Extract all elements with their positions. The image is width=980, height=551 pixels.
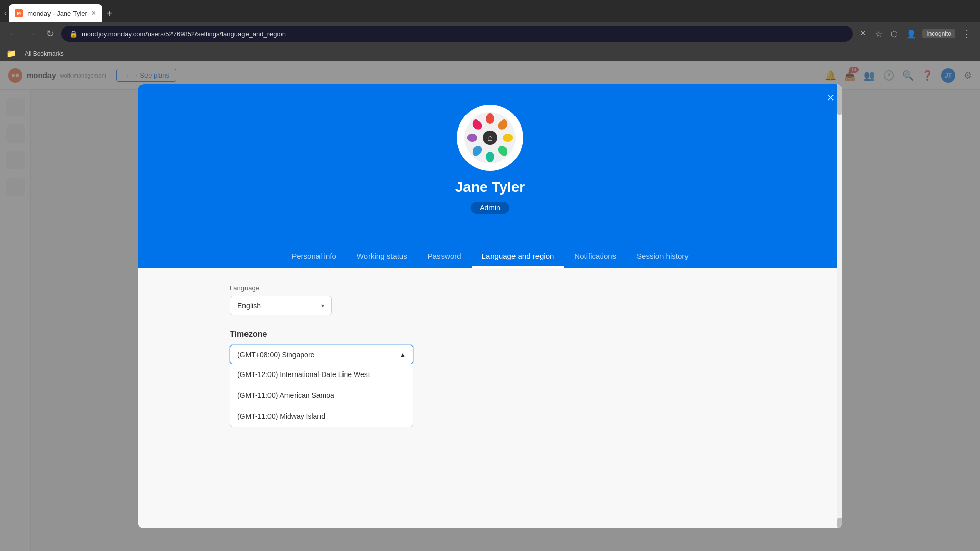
browser-chrome: ‹ M monday - Jane Tyler × + ← → ↻ 🔒 mood… bbox=[0, 0, 980, 61]
svg-point-4 bbox=[487, 113, 493, 118]
language-dropdown[interactable]: English ▾ bbox=[230, 296, 332, 315]
timezone-list-inner: (GMT-12:00) International Date Line West… bbox=[230, 364, 413, 427]
tab-bar: ‹ M monday - Jane Tyler × + bbox=[0, 0, 980, 22]
timezone-option-2[interactable]: (GMT-11:00) Midway Island bbox=[230, 406, 413, 427]
svg-point-12 bbox=[487, 157, 493, 162]
timezone-heading: Timezone bbox=[230, 330, 750, 339]
timezone-arrow-icon: ▲ bbox=[400, 351, 406, 358]
modal-close-btn[interactable]: × bbox=[827, 92, 834, 104]
language-label: Language bbox=[230, 284, 750, 292]
menu-btn[interactable]: ⋮ bbox=[960, 26, 974, 42]
modal-body: Language English ▾ Timezone (GMT+08:00) … bbox=[138, 268, 842, 528]
modal-scrollbar[interactable] bbox=[837, 84, 842, 528]
new-tab-btn[interactable]: + bbox=[102, 8, 116, 19]
svg-point-6 bbox=[502, 119, 507, 124]
tab-password[interactable]: Password bbox=[418, 245, 472, 268]
svg-point-16 bbox=[467, 135, 472, 140]
browser-back-btn: ‹ bbox=[4, 9, 7, 18]
timezone-dropdown[interactable]: (GMT+08:00) Singapore ▲ bbox=[230, 345, 413, 364]
user-settings-modal: × bbox=[138, 84, 842, 528]
timezone-section: Timezone (GMT+08:00) Singapore ▲ (GMT-12… bbox=[230, 330, 750, 427]
svg-point-14 bbox=[473, 151, 478, 156]
svg-point-10 bbox=[502, 151, 507, 156]
lock-icon: 🔒 bbox=[69, 30, 78, 38]
tab-favicon: M bbox=[15, 9, 23, 17]
timezone-list: (GMT-12:00) International Date Line West… bbox=[230, 364, 413, 427]
address-text: moodjoy.monday.com/users/52769852/settin… bbox=[82, 30, 845, 38]
bookmarks-bar: 📁 All Bookmarks bbox=[0, 45, 980, 61]
extension-icon[interactable]: ⬡ bbox=[889, 27, 900, 41]
modal-overlay: × bbox=[0, 61, 980, 551]
user-name: Jane Tyler bbox=[455, 179, 525, 195]
incognito-label: Incognito bbox=[922, 29, 955, 38]
all-bookmarks-label[interactable]: All Bookmarks bbox=[24, 50, 64, 57]
profile-icon[interactable]: 👤 bbox=[904, 27, 918, 41]
timezone-option-0[interactable]: (GMT-12:00) International Date Line West bbox=[230, 364, 413, 385]
tab-language-region[interactable]: Language and region bbox=[472, 245, 565, 268]
star-icon[interactable]: ☆ bbox=[873, 27, 885, 41]
app-background: monday work management → → See plans 🔔 📥… bbox=[0, 61, 980, 551]
modal-tabs: Personal info Working status Password La… bbox=[271, 245, 709, 268]
timezone-option-1[interactable]: (GMT-11:00) American Samoa bbox=[230, 385, 413, 406]
navigation-bar: ← → ↻ 🔒 moodjoy.monday.com/users/5276985… bbox=[0, 22, 980, 45]
svg-point-8 bbox=[508, 135, 513, 140]
tab-close-btn[interactable]: × bbox=[91, 9, 96, 17]
language-section: Language English ▾ bbox=[230, 284, 750, 315]
address-bar[interactable]: 🔒 moodjoy.monday.com/users/52769852/sett… bbox=[61, 26, 853, 42]
modal-header: ⌂ Jane Tyler Admin Personal info Working… bbox=[138, 84, 842, 268]
dropdown-arrow-icon: ▾ bbox=[321, 302, 324, 309]
tab-notifications[interactable]: Notifications bbox=[564, 245, 626, 268]
svg-text:⌂: ⌂ bbox=[487, 134, 493, 142]
eye-off-icon[interactable]: 👁 bbox=[857, 27, 869, 40]
forward-btn[interactable]: → bbox=[24, 27, 39, 41]
active-tab[interactable]: M monday - Jane Tyler × bbox=[9, 4, 102, 22]
scrollbar-thumb-bottom bbox=[837, 518, 842, 528]
tab-working-status[interactable]: Working status bbox=[347, 245, 418, 268]
reload-btn[interactable]: ↻ bbox=[43, 27, 57, 41]
tab-session-history[interactable]: Session history bbox=[626, 245, 699, 268]
svg-point-18 bbox=[473, 119, 478, 124]
scrollbar-thumb-top bbox=[837, 84, 842, 115]
bookmarks-folder-icon: 📁 bbox=[6, 48, 16, 58]
tab-title: monday - Jane Tyler bbox=[27, 10, 87, 17]
nav-actions: 👁 ☆ ⬡ 👤 Incognito ⋮ bbox=[857, 26, 974, 42]
timezone-selected-value: (GMT+08:00) Singapore bbox=[237, 350, 314, 359]
back-btn[interactable]: ← bbox=[6, 27, 20, 41]
user-avatar: ⌂ bbox=[457, 105, 523, 171]
admin-badge: Admin bbox=[471, 202, 509, 214]
tab-personal-info[interactable]: Personal info bbox=[281, 245, 347, 268]
language-value: English bbox=[237, 302, 261, 310]
avatar-image: ⌂ bbox=[462, 110, 518, 166]
